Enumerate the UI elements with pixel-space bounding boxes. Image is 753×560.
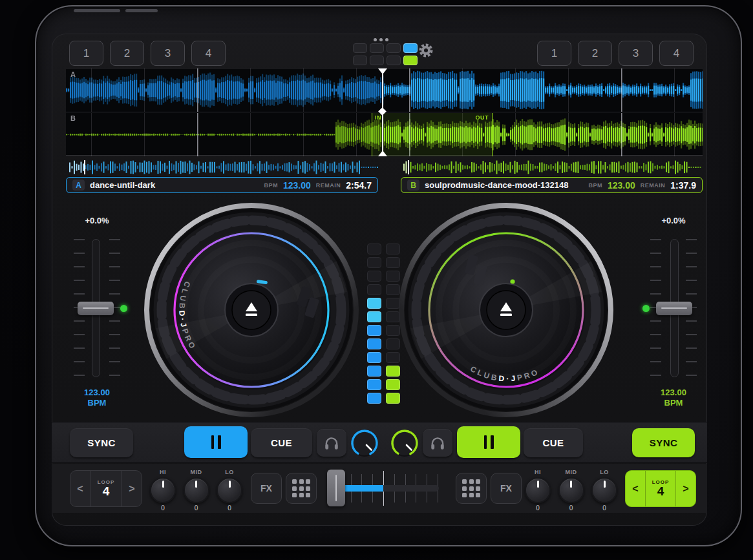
deck-select-cell-r2-c2[interactable] [370, 56, 384, 65]
loop-increase-button[interactable]: > [676, 471, 695, 506]
tablet-volume-button [125, 9, 158, 12]
deck-b-track-overview[interactable] [403, 160, 701, 174]
deck-a-waveform[interactable] [66, 68, 703, 112]
eq-value: 0 [213, 504, 246, 512]
settings-gear-icon[interactable] [418, 42, 434, 59]
vu-segment [367, 257, 381, 268]
deck-a-fx-button[interactable]: FX [251, 473, 282, 504]
eq-value: 0 [180, 504, 213, 512]
deck-b-eq-mid: MID0 [555, 469, 588, 512]
hot-cue-1-deck-b[interactable]: 1 [537, 41, 571, 66]
deck-b-pitch-fader-handle[interactable] [656, 302, 692, 315]
deck-b-cue-button[interactable]: CUE [524, 428, 583, 457]
deck-select-cell-r1-c3[interactable] [387, 43, 401, 53]
deck-select-cell-r2-c1[interactable] [353, 56, 367, 65]
loop-decrease-button[interactable]: < [70, 471, 90, 506]
deck-b-bpm-label: BPM [588, 182, 602, 189]
eq-label: MID [555, 469, 588, 475]
loop-out-marker: OUT [476, 114, 489, 121]
vu-segment [367, 271, 381, 282]
pad-grid-icon [462, 479, 480, 497]
vu-meters [367, 244, 400, 404]
vu-segment [386, 338, 400, 349]
loop-increase-button[interactable]: > [122, 471, 142, 506]
vu-segment [367, 298, 381, 309]
deck-a-eq-mid: MID0 [180, 469, 213, 512]
hot-cue-2-deck-b[interactable]: 2 [578, 41, 612, 66]
hot-cue-4-deck-a[interactable]: 4 [191, 41, 226, 66]
deck-a-jog-wheel[interactable]: CLUBD·JPRO [143, 202, 360, 419]
deck-b-pitch-module: +0.0% 123.00BPM [641, 216, 706, 410]
deck-b-wave-label: B [70, 114, 76, 122]
deck-b-eq-lo: LO0 [588, 469, 621, 512]
crossfader [324, 468, 443, 509]
hot-cue-3-deck-b[interactable]: 3 [619, 41, 653, 66]
crossfader-handle[interactable] [327, 470, 345, 506]
deck-select-grid [353, 43, 418, 65]
deck-b-bpm-value: 123.00 [608, 180, 635, 191]
eq-label: MID [180, 469, 213, 475]
deck-a-eq-lo: LO0 [213, 469, 246, 512]
menu-dots-icon[interactable] [374, 38, 418, 41]
deck-a-loop-value-box[interactable]: LOOP 4 [90, 471, 122, 506]
deck-a-track-overview[interactable] [69, 160, 378, 174]
deck-b-pads-button[interactable] [456, 473, 487, 504]
deck-select-cell-r2-c3[interactable] [387, 56, 401, 65]
eq-knob[interactable] [184, 477, 209, 503]
deck-b-jog-wheel[interactable]: CLUBD·JPRO [398, 202, 615, 419]
eq-knob[interactable] [558, 477, 584, 503]
deck-b-track-bar[interactable]: B soulprodmusic-dance-mood-132148 BPM 12… [401, 177, 703, 193]
deck-a-sync-button[interactable]: SYNC [70, 428, 133, 457]
tablet-power-button [74, 9, 120, 12]
deck-a-pitch-module: +0.0% 123.00BPM [65, 216, 129, 410]
loop-in-marker: IN [375, 114, 381, 121]
deck-a-track-title: dance-until-dark [90, 180, 259, 190]
loop-region: IN OUT [372, 113, 493, 156]
loop-decrease-button[interactable]: < [626, 471, 645, 506]
deck-a-track-bar[interactable]: A dance-until-dark BPM 123.00 REMAIN 2:5… [66, 177, 378, 193]
eq-knob[interactable] [150, 477, 176, 503]
deck-select-cell-r2-c4[interactable] [403, 56, 418, 65]
hot-cue-4-deck-b[interactable]: 4 [659, 41, 694, 66]
deck-a-remain-label: REMAIN [316, 182, 341, 189]
deck-b-headphone-button[interactable] [423, 429, 452, 457]
deck-a-headphone-button[interactable] [317, 429, 346, 457]
deck-a-pause-button[interactable] [184, 426, 248, 458]
deck-a-cue-button[interactable]: CUE [251, 428, 312, 457]
knob-pointer [604, 481, 606, 488]
deck-select-cell-r1-c1[interactable] [353, 43, 367, 53]
knob-pointer [229, 481, 231, 488]
eq-knob[interactable] [217, 477, 242, 503]
vu-segment [386, 393, 400, 404]
deck-b-pause-button[interactable] [457, 426, 520, 458]
deck-select-cell-r1-c2[interactable] [370, 43, 384, 53]
eq-label: HI [146, 469, 180, 475]
knob-pointer [195, 481, 197, 488]
deck-a-eq-hi: HI0 [146, 469, 180, 512]
deck-a-bpm-value: 123.00 [283, 180, 311, 191]
deck-b-vu-meter [386, 244, 400, 404]
deck-a-remain-value: 2:54.7 [346, 180, 372, 191]
deck-select-cell-r1-c4[interactable] [403, 43, 418, 53]
vu-segment [367, 352, 381, 363]
deck-a-monitor-knob[interactable] [350, 428, 379, 458]
vu-segment [367, 325, 381, 336]
deck-b-loop-value-box[interactable]: LOOP 4 [645, 471, 676, 506]
hot-cue-1-deck-a[interactable]: 1 [69, 41, 103, 66]
hot-cue-2-deck-a[interactable]: 2 [110, 41, 144, 66]
eq-value: 0 [146, 504, 180, 512]
deck-b-chip: B [407, 180, 419, 191]
hot-cue-3-deck-a[interactable]: 3 [151, 41, 185, 66]
deck-a-pitch-fader-handle[interactable] [78, 302, 114, 315]
vu-segment [367, 244, 381, 254]
deck-a-pads-button[interactable] [286, 473, 317, 504]
vu-segment [386, 379, 400, 390]
deck-b-monitor-knob[interactable] [390, 428, 419, 458]
eq-knob[interactable] [591, 477, 617, 503]
deck-b-sync-button[interactable]: SYNC [632, 428, 695, 457]
deck-a-pitch-value: +0.0% [65, 216, 129, 225]
vu-segment [367, 379, 381, 390]
vu-segment [386, 325, 400, 336]
deck-b-fx-button[interactable]: FX [491, 473, 522, 504]
eq-knob[interactable] [525, 477, 551, 503]
